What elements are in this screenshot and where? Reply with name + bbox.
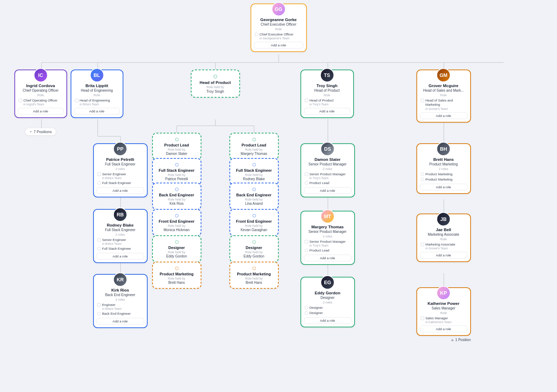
patrice-role2-dot [97,181,101,185]
product-marketing-right-title: Product Marketing [234,272,274,276]
brett-title: Product Marketing [420,162,467,166]
designer-left-holder: Eddy Gordon [156,254,197,258]
brita-title: Head of Engineering [74,89,120,92]
rodney-title: Full Stack Engineer [97,228,144,232]
ingrid-role-checkbox [19,99,22,102]
brett-roles-count: 2 roles [420,167,467,171]
katherine-node: KP Katherine Power Sales Manager Role Sa… [416,287,471,342]
backend-right-icon: ⬡ [234,187,274,192]
ingrid-positions-badge[interactable]: ▼ 7 Positions [25,128,56,136]
damon-roles-count: 2 roles [304,167,351,171]
patrice-role1-row: Senior Engineer in Brita's Team [97,172,144,180]
kirk-roles-count: 3 roles [97,298,144,301]
kirk-add-role-button[interactable]: Add a role [97,318,144,325]
troy-role-row: Head of Product in Troy's Team [304,98,350,106]
grover-role-label: Role [420,93,467,97]
rodney-roles-count: 2 roles [97,233,144,236]
ingrid-add-role-button[interactable]: Add a role [18,108,64,115]
patrice-avatar: PP [113,142,127,156]
grover-role-row: Head of Sales and Marketing in Grover's … [420,98,467,111]
product-lead-left-title: Product Lead [156,143,197,147]
eddy-title: Designer [304,296,351,300]
designer-right-holder: Eddy Gordon [234,254,274,258]
ingrid-title: Chief Operating Officer [18,89,64,92]
troy-add-role-button[interactable]: Add a role [304,108,350,115]
backend-left-icon: ⬡ [156,187,197,192]
head-product-icon: ⬡ [195,74,236,79]
frontend-right-label: Role held by [234,224,274,228]
product-marketing-left-title: Product Marketing [156,272,197,276]
ceo-name: Georgeanne Gorke [254,18,303,22]
brett-node: BH Brett Hans Product Marketing 2 roles … [416,143,471,194]
frontend-right-node: ⬡ Front End Engineer Role held by Kevan … [229,209,279,236]
brett-add-role-button[interactable]: Add a role [420,184,467,190]
damon-node: DS Damon Slater Senior Product Manager 2… [300,143,355,197]
margery-role2-row: Product Lead [304,248,351,253]
brita-add-role-button[interactable]: Add a role [74,108,120,115]
katherine-role1-row: Sales Manager in Katherine's Team [420,316,467,324]
ingrid-name: Ingrid Cordova [18,84,64,88]
margery-name: Margery Thomas [304,225,351,229]
katherine-role1-checkbox [421,316,424,320]
brita-role-row: Head of Engineering in Brita's Team [74,98,120,106]
ceo-add-role-button[interactable]: Add a role [254,42,303,48]
brita-name: Brita Lippitt [74,84,120,88]
brita-role-label: Role [74,93,120,97]
jae-add-role-button[interactable]: Add a role [420,252,467,259]
damon-title: Senior Product Manager [304,162,351,166]
product-lead-damon-node: ⬡ Product Lead Role held by Damon Slater [152,133,201,160]
jae-node: JB Jae Bell Marketing Associate Role Mar… [416,214,471,262]
grover-avatar: GM [436,68,451,82]
rodney-role1-checkbox [97,238,101,242]
jae-role1-checkbox [421,243,424,246]
product-marketing-right-node: ⬡ Product Marketing Role held by Brett H… [229,262,279,289]
product-lead-right-title: Product Lead [234,143,274,147]
damon-name: Damon Slater [304,157,351,162]
katherine-role1-text: Sales Manager in Katherine's Team [426,316,452,324]
patrice-add-role-button[interactable]: Add a role [97,187,144,194]
margery-add-role-button[interactable]: Add a role [304,255,351,261]
ceo-role-checkbox [255,33,258,36]
eddy-add-role-button[interactable]: Add a role [304,317,351,324]
frontend-right-holder: Kevan Garaghan [234,228,274,232]
brita-role-text: Head of Engineering in Brita's Team [80,98,110,106]
ceo-role-row: Chief Executive Officer in Georgeanne's … [254,32,303,40]
damon-role1-text: Senior Product Manager in Troy's Team [310,172,346,180]
troy-title: Head of Product [304,89,350,92]
designer-left-node: ⬡ Designer Role held by Eddy Gordon [152,235,201,262]
brett-role1-dot [421,172,424,176]
rodney-add-role-button[interactable]: Add a role [97,253,144,260]
kirk-name: Kirk Rios [97,288,144,292]
positions-chevron-icon: ▼ [30,130,32,133]
eddy-avatar: EG [320,275,335,289]
jae-avatar: JB [436,212,451,226]
full-stack-left-node: ⬡ Full Stack Engineer Role held by Patri… [152,158,201,185]
damon-role2-text: Product Lead [310,181,330,185]
patrice-role1-checkbox [97,172,101,176]
backend-left-node: ⬡ Back End Engineer Role held by Kirk Ri… [152,183,201,210]
designer-left-icon: ⬡ [156,240,197,244]
rodney-role2-dot [97,247,101,250]
full-stack-left-label: Role held by [156,173,197,177]
kirk-role1-checkbox [97,303,101,307]
head-product-role-label: Role held by [195,85,236,89]
frontend-right-icon: ⬡ [234,213,274,218]
katherine-role-label: Role [420,311,467,315]
grover-name: Grover Mcguire [420,84,467,88]
brett-role2-dot [421,178,424,181]
grover-add-role-button[interactable]: Add a role [420,112,467,119]
damon-add-role-button[interactable]: Add a role [304,187,351,194]
margery-role1-checkbox [305,240,308,243]
frontend-left-label: Role held by [156,224,197,228]
jae-role1-row: Marketing Associate in Grover's Team [420,242,467,250]
product-lead-margery-node: ⬡ Product Lead Role held by Margery Thom… [229,133,279,160]
patrice-role2-text: Full Stack Engineer [102,181,131,185]
patrice-roles-count: 2 roles [97,167,144,171]
brett-role2-text: Product Marketing [426,177,453,182]
katherine-add-role-button[interactable]: Add a role [420,326,467,332]
designer-left-title: Designer [156,246,197,250]
margery-roles-count: 2 roles [304,235,351,238]
damon-role1-row: Senior Product Manager in Troy's Team [304,172,351,180]
kirk-role2-dot [97,312,101,315]
backend-right-node: ⬡ Back End Engineer Role held by Lina An… [229,183,279,210]
